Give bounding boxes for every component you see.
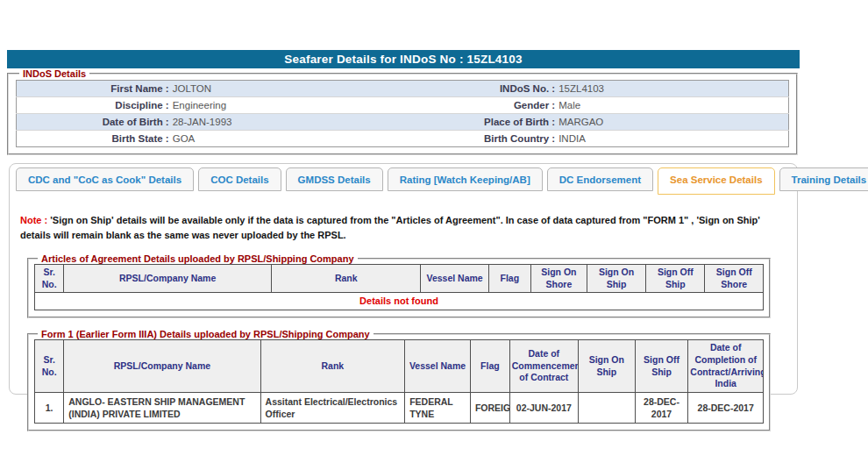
form1-header-row: Sr. No. RPSL/Company Name Rank Vessel Na… (35, 340, 764, 393)
first-name-value: JOLTON (171, 81, 402, 97)
birth-country-value: INDIA (557, 131, 788, 147)
col-header-flag: Flag (470, 340, 509, 393)
sign-on-ship-note: Note : 'Sign on Ship' details will be av… (20, 213, 783, 243)
indos-row: Date of Birth : 28-JAN-1993 Place of Bir… (17, 114, 789, 131)
date-of-birth-label: Date of Birth : (17, 114, 171, 131)
cell-commencement-date: 02-JUN-2017 (509, 392, 578, 423)
form1-legend: Form 1 (Earlier Form IIIA) Details uploa… (38, 329, 374, 339)
tab-dc-endorsement[interactable]: DC Endorsement (547, 167, 653, 191)
note-prefix: Note : (20, 215, 47, 225)
col-header-flag: Flag (488, 265, 530, 293)
place-of-birth-label: Place of Birth : (402, 114, 557, 131)
col-header-date-commencement: Date of Commencement of Contract (509, 340, 578, 393)
indos-row: Discipline : Engineering Gender : Male (17, 97, 789, 114)
page-title: Seafarer Details for INDoS No : 15ZL4103 (7, 50, 800, 68)
cell-rank: Assitant Electrical/Electronics Officer (260, 392, 405, 423)
form1-table: Sr. No. RPSL/Company Name Rank Vessel Na… (34, 339, 764, 424)
col-header-sign-off-ship: Sign Off Ship (635, 340, 688, 393)
tab-coc-details[interactable]: COC Details (198, 167, 281, 191)
articles-of-agreement-table: Sr. No. RPSL/Company Name Rank Vessel Na… (34, 264, 764, 310)
articles-of-agreement-fieldset: Articles of Agreement Details uploaded b… (27, 253, 771, 318)
col-header-sign-on-ship: Sign On Ship (587, 265, 645, 293)
cell-sign-off-ship: 28-DEC-2017 (635, 392, 688, 423)
col-header-company: RPSL/Company Name (64, 340, 260, 393)
indos-row: Birth State : GOA Birth Country : INDIA (17, 131, 789, 147)
articles-header-row: Sr. No. RPSL/Company Name Rank Vessel Na… (35, 265, 764, 293)
first-name-label: First Name : (17, 81, 171, 97)
col-header-sign-off-shore: Sign Off Shore (705, 265, 764, 293)
indos-no-value: 15ZL4103 (557, 81, 788, 97)
col-header-sign-off-ship: Sign Off Ship (646, 265, 705, 293)
indos-no-label: INDoS No. : (402, 81, 557, 97)
details-not-found-message: Details not found (35, 293, 764, 310)
articles-empty-row: Details not found (35, 293, 764, 310)
place-of-birth-value: MARGAO (557, 114, 788, 131)
col-header-sr-no: Sr. No. (35, 265, 64, 293)
col-header-sign-on-ship: Sign On Ship (578, 340, 635, 393)
cell-sr-no: 1. (35, 392, 64, 423)
birth-state-value: GOA (171, 131, 402, 147)
tab-rating-watch-keeping[interactable]: Rating [Watch Keeping/AB] (388, 167, 543, 191)
birth-state-label: Birth State : (17, 131, 171, 147)
col-header-date-completion: Date of Completion of Contract/Arriving … (688, 340, 764, 393)
cell-sign-on-ship (578, 392, 635, 423)
indos-details-legend: INDoS Details (19, 68, 89, 79)
col-header-sr-no: Sr. No. (35, 340, 64, 393)
seafarer-details-page: Seafarer Details for INDoS No : 15ZL4103… (0, 50, 868, 463)
cell-vessel: FEDERAL TYNE (405, 392, 471, 423)
discipline-label: Discipline : (17, 97, 171, 114)
col-header-company: RPSL/Company Name (64, 265, 272, 293)
cell-completion-date: 28-DEC-2017 (688, 392, 764, 423)
tab-strip: CDC and "CoC as Cook" Details COC Detail… (16, 167, 797, 196)
tab-gmdss-details[interactable]: GMDSS Details (286, 167, 383, 191)
col-header-vessel: Vessel Name (421, 265, 488, 293)
indos-row: First Name : JOLTON INDoS No. : 15ZL4103 (17, 81, 789, 97)
tab-cdc-coc-as-cook[interactable]: CDC and "CoC as Cook" Details (16, 167, 194, 191)
cell-company: ANGLO- EASTERN SHIP MANAGEMENT (INDIA) P… (64, 392, 260, 423)
note-body: 'Sign on Ship' details will be available… (20, 215, 760, 240)
col-header-sign-on-shore: Sign On Shore (530, 265, 587, 293)
form1-data-row: 1. ANGLO- EASTERN SHIP MANAGEMENT (INDIA… (35, 392, 764, 423)
col-header-rank: Rank (260, 340, 405, 393)
date-of-birth-value: 28-JAN-1993 (171, 114, 402, 131)
indos-details-table: First Name : JOLTON INDoS No. : 15ZL4103… (16, 80, 789, 147)
col-header-vessel: Vessel Name (405, 340, 471, 393)
form1-fieldset: Form 1 (Earlier Form IIIA) Details uploa… (27, 329, 771, 431)
tab-training-details[interactable]: Training Details (779, 167, 868, 191)
gender-label: Gender : (402, 97, 557, 114)
cell-flag: FOREIGN (470, 392, 509, 423)
indos-details-fieldset: INDoS Details First Name : JOLTON INDoS … (7, 68, 798, 155)
birth-country-label: Birth Country : (402, 131, 557, 147)
discipline-value: Engineering (171, 97, 402, 114)
col-header-rank: Rank (272, 265, 421, 293)
articles-of-agreement-legend: Articles of Agreement Details uploaded b… (38, 253, 358, 264)
gender-value: Male (557, 97, 788, 114)
tab-sea-service-details[interactable]: Sea Service Details (658, 167, 775, 195)
details-tab-panel: CDC and "CoC as Cook" Details COC Detail… (9, 163, 798, 395)
